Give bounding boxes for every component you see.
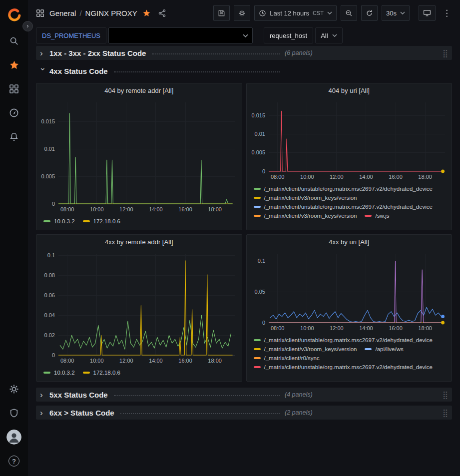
svg-text:18:00: 18:00 bbox=[208, 358, 222, 364]
legend-item[interactable]: 10.0.3.2 bbox=[43, 368, 75, 377]
legend-item[interactable]: /_matrix/client/unstable/org.matrix.msc2… bbox=[254, 202, 433, 211]
legend-item[interactable]: /_matrix/client/r0/sync bbox=[254, 354, 320, 362]
grafana-logo[interactable] bbox=[3, 4, 25, 26]
starred-icon[interactable] bbox=[3, 53, 25, 77]
row-title: 4xx Status Code bbox=[49, 67, 108, 75]
search-icon[interactable] bbox=[3, 29, 25, 53]
chart-svg[interactable]: 08:0010:0012:0014:0016:0018:0000.020.040… bbox=[36, 249, 242, 366]
help-glyph: ? bbox=[8, 456, 19, 467]
dashboards-icon[interactable] bbox=[3, 77, 25, 101]
row-drag-handle[interactable]: ⣿ bbox=[443, 49, 448, 57]
chart-svg[interactable]: 08:0010:0012:0014:0016:0018:0000.050.1 bbox=[247, 249, 452, 334]
row-dotted-leader bbox=[120, 413, 280, 414]
svg-text:0: 0 bbox=[52, 201, 55, 207]
save-dashboard-button[interactable] bbox=[213, 5, 230, 21]
legend-swatch bbox=[254, 357, 261, 359]
panel-4xx-by-uri-all: 4xx by uri [All]08:0010:0012:0014:0016:0… bbox=[246, 234, 453, 382]
chart-svg[interactable]: 08:0010:0012:0014:0016:0018:0000.0050.01… bbox=[247, 97, 452, 182]
legend-item[interactable]: /_matrix/client/v3/room_keys/version bbox=[254, 193, 357, 202]
row-header-5xx[interactable]: › 5xx Status Code (4 panels) ⣿ bbox=[36, 388, 452, 402]
panel-title[interactable]: 4xx by uri [All] bbox=[247, 235, 452, 249]
legend-item[interactable]: /sw.js bbox=[365, 211, 389, 220]
favorite-star-icon[interactable] bbox=[142, 9, 151, 17]
panel-title[interactable]: 4xx by remote addr [All] bbox=[36, 235, 242, 249]
legend-swatch bbox=[254, 206, 261, 208]
legend-item[interactable]: /_matrix/client/unstable/org.matrix.msc2… bbox=[254, 336, 433, 344]
row-drag-handle[interactable]: ⣿ bbox=[443, 391, 448, 399]
legend-item[interactable]: /_matrix/client/v3/room_keys/version bbox=[254, 211, 357, 220]
svg-text:12:00: 12:00 bbox=[119, 358, 133, 364]
panel-chart[interactable]: 08:0010:0012:0014:0016:0018:0000.050.1 bbox=[247, 249, 452, 334]
panel-4xx-by-remote-addr-all: 4xx by remote addr [All]08:0010:0012:001… bbox=[36, 234, 242, 382]
legend-item[interactable]: /_matrix/client/unstable/org.matrix.msc2… bbox=[254, 184, 433, 193]
svg-text:08:00: 08:00 bbox=[270, 174, 284, 180]
legend-item[interactable]: 172.18.0.6 bbox=[83, 368, 120, 377]
svg-text:16:00: 16:00 bbox=[178, 358, 192, 364]
svg-text:0: 0 bbox=[52, 352, 55, 358]
configuration-gear-icon[interactable] bbox=[3, 377, 25, 401]
server-admin-shield-icon[interactable] bbox=[3, 401, 25, 425]
timezone-label: CST bbox=[313, 10, 324, 16]
user-avatar[interactable] bbox=[3, 425, 25, 449]
legend-label: /_matrix/client/unstable/org.matrix.msc2… bbox=[264, 186, 433, 192]
svg-text:08:00: 08:00 bbox=[60, 358, 74, 364]
legend-swatch bbox=[254, 197, 261, 199]
kebab-menu-icon[interactable]: ⋮ bbox=[441, 8, 453, 18]
sidebar-expand-button[interactable]: › bbox=[22, 21, 33, 31]
share-icon[interactable] bbox=[158, 9, 166, 17]
legend-label: /_matrix/client/v3/room_keys/version bbox=[264, 195, 357, 201]
svg-text:0.1: 0.1 bbox=[257, 258, 265, 264]
row-drag-handle[interactable]: ⣿ bbox=[443, 409, 448, 417]
dashboard-settings-button[interactable] bbox=[234, 5, 250, 21]
svg-text:08:00: 08:00 bbox=[60, 206, 74, 212]
panel-grid: 404 by remote addr [All]08:0010:0012:001… bbox=[36, 83, 452, 382]
refresh-interval-value: 30s bbox=[386, 9, 397, 17]
row-header-6xx[interactable]: › 6xx > Status Code (2 panels) ⣿ bbox=[36, 406, 452, 420]
panel-legend: 10.0.3.2172.18.0.6 bbox=[36, 215, 242, 230]
request-host-value: All bbox=[321, 32, 328, 39]
datasource-select[interactable] bbox=[108, 27, 253, 43]
refresh-button[interactable] bbox=[361, 5, 378, 21]
explore-icon[interactable] bbox=[3, 101, 25, 125]
legend-label: /api/live/ws bbox=[375, 346, 403, 352]
svg-text:10:00: 10:00 bbox=[300, 174, 314, 180]
legend-item[interactable]: /_matrix/client/v3/room_keys/version bbox=[254, 345, 357, 353]
legend-item[interactable]: /_matrix/client/unstable/org.matrix.msc2… bbox=[254, 363, 433, 371]
row-panel-count: (4 panels) bbox=[285, 391, 313, 398]
legend-label: /sw.js bbox=[375, 213, 389, 219]
breadcrumb-section[interactable]: General bbox=[49, 9, 76, 17]
apps-grid-icon bbox=[36, 9, 44, 17]
svg-text:08:00: 08:00 bbox=[270, 325, 284, 331]
chart-svg[interactable]: 08:0010:0012:0014:0016:0018:0000.0050.01… bbox=[36, 97, 242, 215]
sidebar: ? bbox=[0, 0, 28, 476]
svg-text:0.08: 0.08 bbox=[44, 272, 55, 278]
refresh-interval-select[interactable]: 30s bbox=[382, 5, 410, 21]
dashboard-submenu: DS_PROMETHEUS request_host All bbox=[28, 26, 460, 45]
breadcrumb-separator: / bbox=[79, 9, 81, 17]
help-icon[interactable]: ? bbox=[3, 449, 25, 473]
legend-item[interactable]: /api/live/ws bbox=[365, 345, 403, 353]
legend-swatch bbox=[365, 215, 372, 217]
svg-text:0.05: 0.05 bbox=[254, 289, 265, 295]
zoom-out-button[interactable] bbox=[341, 5, 357, 21]
request-host-select[interactable]: All bbox=[315, 27, 342, 43]
panel-chart[interactable]: 08:0010:0012:0014:0016:0018:0000.0050.01… bbox=[247, 97, 452, 182]
time-range-picker[interactable]: Last 12 hours CST bbox=[254, 5, 337, 21]
legend-label: 172.18.0.6 bbox=[93, 218, 120, 224]
panel-legend: /_matrix/client/unstable/org.matrix.msc2… bbox=[247, 334, 452, 381]
breadcrumb-dashboard-title[interactable]: NGINX PROXY bbox=[85, 9, 137, 17]
row-header-4xx[interactable]: › 4xx Status Code bbox=[36, 64, 452, 78]
alerting-icon[interactable] bbox=[3, 125, 25, 149]
panel-chart[interactable]: 08:0010:0012:0014:0016:0018:0000.020.040… bbox=[36, 249, 242, 366]
svg-text:10:00: 10:00 bbox=[90, 206, 104, 212]
tv-mode-button[interactable] bbox=[419, 5, 436, 21]
avatar-image bbox=[6, 430, 21, 445]
legend-swatch bbox=[254, 339, 261, 341]
legend-item[interactable]: 172.18.0.6 bbox=[83, 217, 120, 225]
row-header-1xx-3xx-2xx[interactable]: › 1xx - 3xx - 2xx Status Code (6 panels)… bbox=[36, 46, 452, 60]
svg-text:0.06: 0.06 bbox=[44, 292, 55, 298]
legend-item[interactable]: 10.0.3.2 bbox=[43, 217, 75, 225]
panel-title[interactable]: 404 by remote addr [All] bbox=[36, 83, 242, 97]
panel-chart[interactable]: 08:0010:0012:0014:0016:0018:0000.0050.01… bbox=[36, 97, 242, 215]
panel-title[interactable]: 404 by uri [All] bbox=[247, 83, 452, 97]
